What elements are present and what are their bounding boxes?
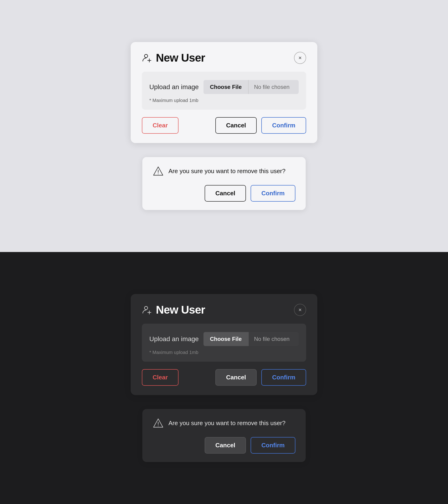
- warning-icon-dark: [153, 417, 164, 429]
- choose-file-button-dark[interactable]: Choose File: [203, 332, 249, 346]
- svg-point-4: [158, 174, 159, 174]
- confirm-message-row-light: Are you sure you want to remove this use…: [153, 165, 295, 177]
- upload-label-light: Upload an image: [149, 83, 199, 91]
- dark-theme-section: New User × Upload an image Choose File N…: [0, 252, 448, 504]
- right-buttons-light: Cancel Confirm: [215, 117, 306, 134]
- action-row-dark: Clear Cancel Confirm: [142, 369, 306, 386]
- confirm-button-light[interactable]: Confirm: [261, 117, 306, 134]
- clear-button-light[interactable]: Clear: [142, 117, 179, 134]
- confirm-actions-light: Cancel Confirm: [153, 185, 295, 202]
- upload-section-light: Upload an image Choose File No file chos…: [142, 72, 306, 110]
- upload-row-dark: Upload an image Choose File No file chos…: [149, 332, 299, 346]
- action-row-light: Clear Cancel Confirm: [142, 117, 306, 134]
- dialog-cancel-button-dark[interactable]: Cancel: [205, 437, 246, 454]
- modal-header-dark: New User ×: [142, 303, 306, 316]
- svg-point-9: [158, 426, 159, 426]
- warning-icon-light: [153, 165, 164, 177]
- max-upload-note-dark: * Maximum upload 1mb: [149, 350, 198, 355]
- modal-title-light: New User: [156, 51, 205, 64]
- choose-file-button-light[interactable]: Choose File: [203, 80, 249, 94]
- close-button-dark[interactable]: ×: [294, 304, 306, 316]
- confirm-dialog-dark: Are you sure you want to remove this use…: [142, 409, 306, 462]
- user-add-icon-light: [142, 53, 152, 63]
- confirm-message-row-dark: Are you sure you want to remove this use…: [153, 417, 295, 429]
- cancel-button-dark[interactable]: Cancel: [215, 369, 257, 386]
- user-add-icon-dark: [142, 305, 152, 315]
- new-user-modal-dark: New User × Upload an image Choose File N…: [131, 294, 317, 395]
- modal-title-group-dark: New User: [142, 303, 205, 316]
- confirm-actions-dark: Cancel Confirm: [153, 437, 295, 454]
- modal-header-light: New User ×: [142, 51, 306, 64]
- no-file-label-dark: No file chosen: [249, 332, 299, 346]
- upload-label-dark: Upload an image: [149, 335, 199, 343]
- modal-title-group-light: New User: [142, 51, 205, 64]
- max-upload-note-light: * Maximum upload 1mb: [149, 98, 198, 103]
- dialog-confirm-button-light[interactable]: Confirm: [251, 185, 295, 202]
- clear-button-dark[interactable]: Clear: [142, 369, 179, 386]
- svg-point-5: [144, 306, 148, 310]
- no-file-label-light: No file chosen: [249, 80, 299, 94]
- confirm-message-text-light: Are you sure you want to remove this use…: [168, 167, 285, 175]
- new-user-modal-light: New User × Upload an image Choose File N…: [131, 42, 317, 143]
- file-input-wrapper-light: Choose File No file chosen: [203, 80, 299, 94]
- cancel-button-light[interactable]: Cancel: [215, 117, 257, 134]
- upload-row-light: Upload an image Choose File No file chos…: [149, 80, 299, 94]
- confirm-dialog-light: Are you sure you want to remove this use…: [142, 157, 306, 210]
- modal-title-dark: New User: [156, 303, 205, 316]
- close-button-light[interactable]: ×: [294, 52, 306, 64]
- dialog-confirm-button-dark[interactable]: Confirm: [251, 437, 295, 454]
- light-theme-section: New User × Upload an image Choose File N…: [0, 0, 448, 252]
- upload-section-dark: Upload an image Choose File No file chos…: [142, 324, 306, 362]
- file-input-wrapper-dark: Choose File No file chosen: [203, 332, 299, 346]
- confirm-message-text-dark: Are you sure you want to remove this use…: [168, 419, 285, 427]
- dialog-cancel-button-light[interactable]: Cancel: [205, 185, 246, 202]
- confirm-button-dark[interactable]: Confirm: [261, 369, 306, 386]
- right-buttons-dark: Cancel Confirm: [215, 369, 306, 386]
- svg-point-0: [144, 54, 148, 58]
